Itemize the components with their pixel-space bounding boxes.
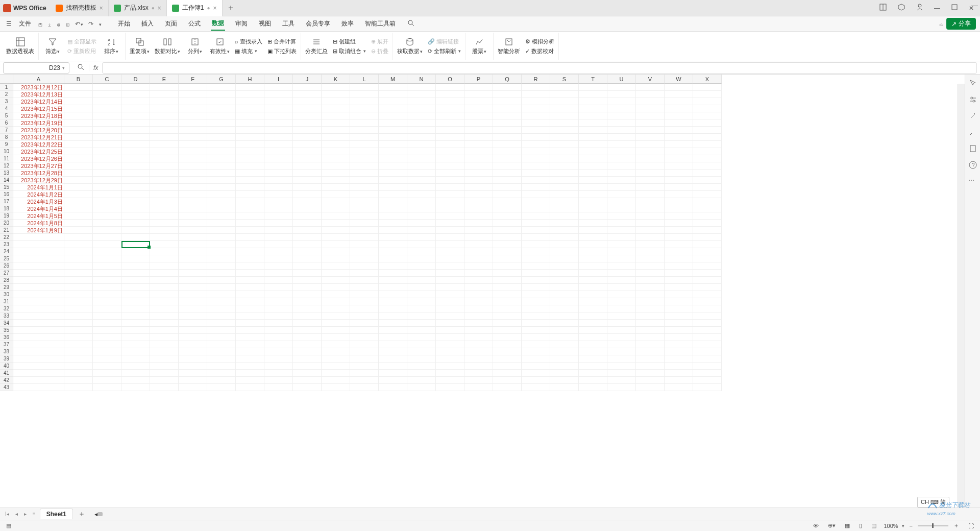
cell[interactable]: 2024年1月5日 <box>13 212 64 220</box>
row-header[interactable]: 42 <box>0 377 13 384</box>
cell[interactable] <box>464 220 493 227</box>
cell[interactable] <box>236 363 264 370</box>
cell[interactable] <box>550 241 579 248</box>
cell[interactable] <box>522 134 550 141</box>
cell[interactable] <box>407 84 436 91</box>
cell[interactable]: 2023年12月22日 <box>13 141 64 148</box>
cell[interactable] <box>579 162 607 170</box>
cell[interactable] <box>93 262 121 270</box>
cell[interactable] <box>293 170 322 177</box>
cell[interactable] <box>607 277 636 284</box>
cell[interactable] <box>93 220 121 227</box>
cell[interactable] <box>636 248 665 255</box>
cell[interactable] <box>236 220 264 227</box>
row-header[interactable]: 29 <box>0 284 13 291</box>
column-header[interactable]: P <box>464 75 493 84</box>
cell[interactable] <box>236 148 264 155</box>
cell[interactable] <box>236 384 264 391</box>
cell[interactable] <box>13 305 64 312</box>
cell[interactable] <box>665 241 693 248</box>
cell[interactable] <box>550 363 579 370</box>
cell[interactable] <box>293 334 322 341</box>
cell[interactable] <box>322 248 350 255</box>
cell[interactable] <box>236 248 264 255</box>
cell[interactable] <box>407 262 436 270</box>
doc-tab[interactable]: 产品.xlsx●× <box>109 0 167 16</box>
cell[interactable] <box>150 162 179 170</box>
cell[interactable] <box>436 298 464 305</box>
cell[interactable] <box>665 84 693 91</box>
cell[interactable] <box>350 227 379 234</box>
cell[interactable] <box>121 112 150 119</box>
cell[interactable] <box>350 119 379 127</box>
cell[interactable] <box>236 234 264 241</box>
cell[interactable] <box>293 284 322 291</box>
cell[interactable] <box>436 284 464 291</box>
cell[interactable] <box>150 370 179 377</box>
cell[interactable] <box>464 98 493 105</box>
cell[interactable] <box>264 227 293 234</box>
cell[interactable] <box>293 177 322 184</box>
cell[interactable] <box>522 384 550 391</box>
cell[interactable] <box>207 348 236 355</box>
cell[interactable] <box>436 134 464 141</box>
cell[interactable] <box>607 170 636 177</box>
cell[interactable] <box>264 298 293 305</box>
cell[interactable] <box>522 234 550 241</box>
cell[interactable]: 2024年1月8日 <box>13 220 64 227</box>
cell[interactable] <box>693 363 722 370</box>
cell[interactable] <box>64 377 93 384</box>
column-header[interactable]: C <box>93 75 121 84</box>
cell[interactable] <box>407 177 436 184</box>
cell[interactable] <box>93 341 121 348</box>
cell[interactable] <box>150 191 179 198</box>
row-header[interactable]: 31 <box>0 298 13 305</box>
cell[interactable] <box>436 291 464 298</box>
row-header[interactable]: 10 <box>0 148 13 155</box>
cell[interactable] <box>436 248 464 255</box>
row-header[interactable]: 8 <box>0 134 13 141</box>
cell[interactable] <box>407 255 436 262</box>
cell[interactable] <box>607 270 636 277</box>
cell[interactable] <box>693 348 722 355</box>
cell[interactable] <box>264 198 293 205</box>
cell[interactable] <box>236 155 264 162</box>
cell[interactable] <box>407 320 436 327</box>
cell[interactable] <box>550 384 579 391</box>
cell[interactable] <box>665 341 693 348</box>
cell[interactable] <box>636 384 665 391</box>
cell[interactable] <box>293 377 322 384</box>
zoom-slider[interactable] <box>918 525 948 526</box>
cell[interactable] <box>379 234 407 241</box>
cell[interactable] <box>150 155 179 162</box>
cell[interactable] <box>579 341 607 348</box>
cell[interactable] <box>207 298 236 305</box>
cell[interactable] <box>121 370 150 377</box>
cell[interactable] <box>64 370 93 377</box>
cell[interactable] <box>379 284 407 291</box>
cell[interactable] <box>407 184 436 191</box>
cell[interactable] <box>693 127 722 134</box>
cell[interactable] <box>179 98 207 105</box>
cell[interactable] <box>607 298 636 305</box>
cell[interactable] <box>579 205 607 212</box>
redo-button[interactable]: ↷ <box>86 18 95 30</box>
cell[interactable] <box>322 312 350 320</box>
cell[interactable] <box>264 177 293 184</box>
cell[interactable] <box>150 105 179 112</box>
validity-button[interactable]: 有效性▾ <box>209 36 231 56</box>
cell[interactable] <box>236 277 264 284</box>
cell[interactable] <box>436 220 464 227</box>
cell[interactable] <box>665 148 693 155</box>
cell[interactable] <box>550 205 579 212</box>
cell[interactable] <box>150 91 179 98</box>
cell[interactable] <box>150 241 179 248</box>
row-header[interactable]: 20 <box>0 220 13 227</box>
cell[interactable] <box>293 227 322 234</box>
cell[interactable] <box>636 341 665 348</box>
row-header[interactable]: 38 <box>0 348 13 355</box>
cell[interactable] <box>207 320 236 327</box>
cell[interactable] <box>379 248 407 255</box>
cell[interactable] <box>693 155 722 162</box>
cell[interactable] <box>407 212 436 220</box>
